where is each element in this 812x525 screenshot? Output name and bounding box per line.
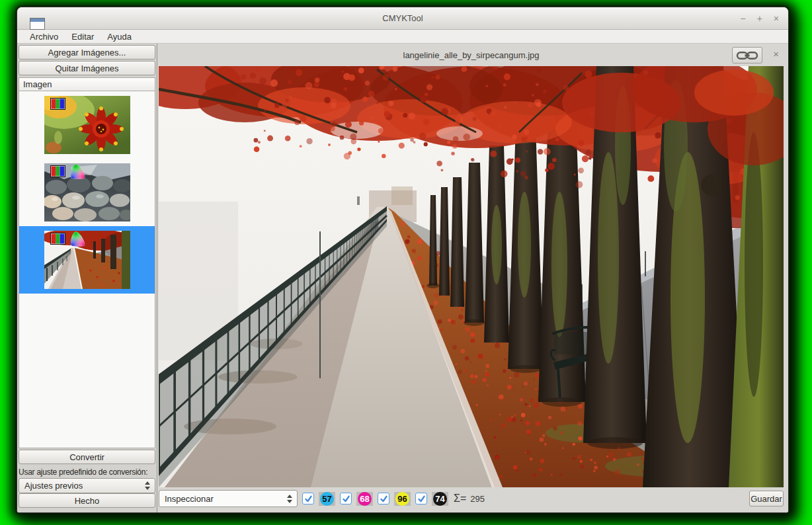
image-canvas[interactable] — [159, 66, 784, 487]
image-filename: langelinie_alle_by_sirpecangum.jpg — [403, 50, 540, 60]
image-column-header[interactable]: Imagen — [19, 77, 155, 91]
cyan-value-badge: 57 — [319, 492, 335, 506]
check-icon — [417, 495, 426, 503]
check-icon — [380, 495, 388, 503]
preset-value: Ajustes previos — [24, 481, 145, 491]
done-button[interactable]: Hecho — [19, 493, 155, 508]
desktop-background: CMYKTool − + × Archivo Editar Ayuda Agre… — [0, 0, 812, 525]
thumbnail-stones — [44, 163, 130, 222]
tool-mode-value: Inspeccionar — [165, 494, 287, 504]
preset-label: Usar ajuste predefinido de conversión: — [19, 467, 155, 477]
yellow-checkbox[interactable] — [378, 493, 389, 505]
tool-mode-combobox[interactable]: Inspeccionar — [159, 490, 298, 507]
remove-images-button[interactable]: Quitar Imágenes — [19, 61, 155, 75]
chain-link-icon — [736, 50, 758, 61]
magenta-value-badge: 68 — [356, 492, 373, 506]
minimize-button[interactable]: − — [740, 13, 745, 24]
menubar: Archivo Editar Ayuda — [17, 30, 788, 44]
save-button[interactable]: Guardar — [749, 491, 784, 506]
black-value-badge: 74 — [432, 492, 448, 506]
image-list — [19, 91, 155, 448]
list-item-stones[interactable] — [19, 159, 155, 226]
list-item-avenue-selected[interactable] — [19, 226, 155, 294]
viewer-close-button[interactable]: × — [773, 49, 779, 59]
image-viewer-panel: langelinie_alle_by_sirpecangum.jpg × — [157, 44, 788, 512]
window-title: CMYKTool — [382, 13, 423, 23]
gamut-triangle-icon — [69, 163, 87, 180]
menu-ayuda[interactable]: Ayuda — [101, 31, 138, 42]
ink-sum-value: 295 — [470, 494, 485, 504]
add-images-button[interactable]: Agregar Imágenes... — [19, 45, 155, 60]
check-icon — [342, 495, 350, 503]
list-item-flower[interactable] — [19, 91, 155, 159]
window-titlebar[interactable]: CMYKTool − + × — [17, 7, 788, 30]
rgb-stripes-icon — [50, 165, 65, 177]
thumbnail-flower — [44, 96, 130, 154]
rgb-stripes-icon — [50, 98, 65, 110]
gamut-triangle-icon — [69, 231, 87, 247]
preset-combobox[interactable]: Ajustes previos — [19, 478, 155, 493]
maximize-button[interactable]: + — [757, 13, 762, 24]
cmyktool-window: CMYKTool − + × Archivo Editar Ayuda Agre… — [17, 7, 789, 513]
link-views-button[interactable] — [732, 47, 762, 63]
viewer-titlebar: langelinie_alle_by_sirpecangum.jpg × — [159, 44, 784, 66]
ink-sum: Σ= 295 — [454, 493, 485, 505]
black-checkbox[interactable] — [415, 493, 427, 505]
rgb-stripes-icon — [50, 233, 65, 245]
menu-editar[interactable]: Editar — [65, 31, 101, 42]
sigma-icon: Σ= — [454, 493, 466, 505]
close-button[interactable]: × — [774, 13, 779, 24]
avenue-photo-large — [159, 66, 784, 487]
check-icon — [304, 495, 313, 503]
viewer-toolbar: Inspeccionar 57 68 — [159, 487, 784, 508]
menu-archivo[interactable]: Archivo — [23, 31, 65, 42]
cyan-checkbox[interactable] — [302, 493, 314, 505]
sidebar: Agregar Imágenes... Quitar Imágenes Imag… — [17, 44, 157, 512]
thumbnail-avenue — [44, 231, 130, 289]
up-down-arrows-icon — [145, 481, 150, 490]
up-down-arrows-icon — [287, 495, 292, 503]
magenta-checkbox[interactable] — [340, 493, 352, 505]
app-window-icon — [30, 18, 45, 30]
convert-button[interactable]: Convertir — [19, 450, 155, 464]
yellow-value-badge: 96 — [394, 492, 411, 506]
